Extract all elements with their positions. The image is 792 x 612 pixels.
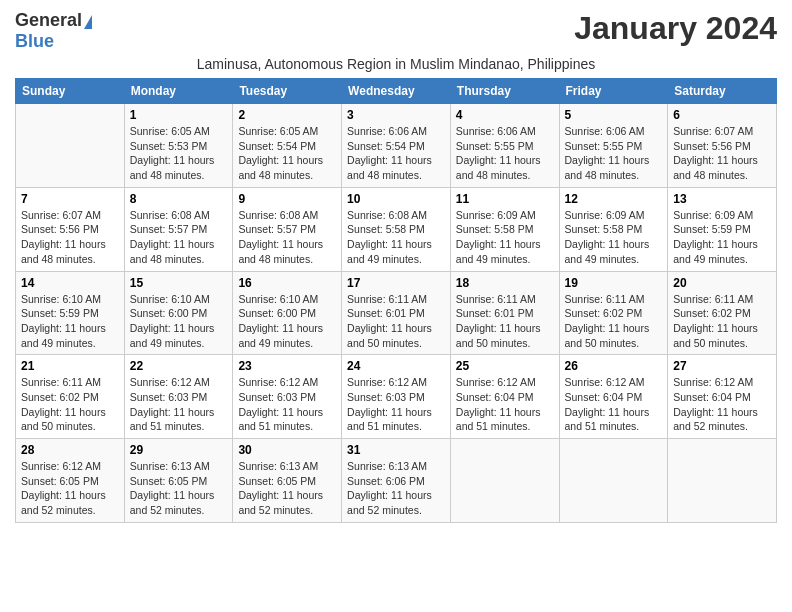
header-row: SundayMondayTuesdayWednesdayThursdayFrid… bbox=[16, 79, 777, 104]
day-cell: 11Sunrise: 6:09 AM Sunset: 5:58 PM Dayli… bbox=[450, 187, 559, 271]
day-info: Sunrise: 6:10 AM Sunset: 6:00 PM Dayligh… bbox=[130, 292, 228, 351]
day-cell: 2Sunrise: 6:05 AM Sunset: 5:54 PM Daylig… bbox=[233, 104, 342, 188]
day-number: 13 bbox=[673, 192, 771, 206]
location-subtitle: Laminusa, Autonomous Region in Muslim Mi… bbox=[15, 56, 777, 72]
day-cell: 8Sunrise: 6:08 AM Sunset: 5:57 PM Daylig… bbox=[124, 187, 233, 271]
header-cell-monday: Monday bbox=[124, 79, 233, 104]
day-number: 21 bbox=[21, 359, 119, 373]
day-number: 25 bbox=[456, 359, 554, 373]
day-cell: 24Sunrise: 6:12 AM Sunset: 6:03 PM Dayli… bbox=[342, 355, 451, 439]
day-cell: 16Sunrise: 6:10 AM Sunset: 6:00 PM Dayli… bbox=[233, 271, 342, 355]
calendar-header: SundayMondayTuesdayWednesdayThursdayFrid… bbox=[16, 79, 777, 104]
day-cell bbox=[16, 104, 125, 188]
day-cell: 13Sunrise: 6:09 AM Sunset: 5:59 PM Dayli… bbox=[668, 187, 777, 271]
day-info: Sunrise: 6:12 AM Sunset: 6:04 PM Dayligh… bbox=[456, 375, 554, 434]
day-number: 15 bbox=[130, 276, 228, 290]
day-number: 23 bbox=[238, 359, 336, 373]
day-number: 8 bbox=[130, 192, 228, 206]
page-header: General Blue January 2024 bbox=[15, 10, 777, 52]
day-info: Sunrise: 6:09 AM Sunset: 5:58 PM Dayligh… bbox=[565, 208, 663, 267]
day-info: Sunrise: 6:06 AM Sunset: 5:54 PM Dayligh… bbox=[347, 124, 445, 183]
day-info: Sunrise: 6:12 AM Sunset: 6:03 PM Dayligh… bbox=[347, 375, 445, 434]
day-cell: 29Sunrise: 6:13 AM Sunset: 6:05 PM Dayli… bbox=[124, 439, 233, 523]
day-number: 14 bbox=[21, 276, 119, 290]
day-cell: 15Sunrise: 6:10 AM Sunset: 6:00 PM Dayli… bbox=[124, 271, 233, 355]
week-row-3: 14Sunrise: 6:10 AM Sunset: 5:59 PM Dayli… bbox=[16, 271, 777, 355]
day-number: 30 bbox=[238, 443, 336, 457]
day-cell: 31Sunrise: 6:13 AM Sunset: 6:06 PM Dayli… bbox=[342, 439, 451, 523]
day-info: Sunrise: 6:11 AM Sunset: 6:01 PM Dayligh… bbox=[347, 292, 445, 351]
day-info: Sunrise: 6:10 AM Sunset: 5:59 PM Dayligh… bbox=[21, 292, 119, 351]
day-cell: 26Sunrise: 6:12 AM Sunset: 6:04 PM Dayli… bbox=[559, 355, 668, 439]
day-info: Sunrise: 6:13 AM Sunset: 6:06 PM Dayligh… bbox=[347, 459, 445, 518]
day-cell: 23Sunrise: 6:12 AM Sunset: 6:03 PM Dayli… bbox=[233, 355, 342, 439]
day-cell: 22Sunrise: 6:12 AM Sunset: 6:03 PM Dayli… bbox=[124, 355, 233, 439]
day-cell: 28Sunrise: 6:12 AM Sunset: 6:05 PM Dayli… bbox=[16, 439, 125, 523]
week-row-4: 21Sunrise: 6:11 AM Sunset: 6:02 PM Dayli… bbox=[16, 355, 777, 439]
day-cell bbox=[450, 439, 559, 523]
day-info: Sunrise: 6:05 AM Sunset: 5:54 PM Dayligh… bbox=[238, 124, 336, 183]
day-cell: 5Sunrise: 6:06 AM Sunset: 5:55 PM Daylig… bbox=[559, 104, 668, 188]
day-number: 1 bbox=[130, 108, 228, 122]
day-cell: 14Sunrise: 6:10 AM Sunset: 5:59 PM Dayli… bbox=[16, 271, 125, 355]
day-cell: 9Sunrise: 6:08 AM Sunset: 5:57 PM Daylig… bbox=[233, 187, 342, 271]
day-number: 26 bbox=[565, 359, 663, 373]
day-info: Sunrise: 6:06 AM Sunset: 5:55 PM Dayligh… bbox=[456, 124, 554, 183]
day-number: 9 bbox=[238, 192, 336, 206]
day-cell: 10Sunrise: 6:08 AM Sunset: 5:58 PM Dayli… bbox=[342, 187, 451, 271]
day-number: 24 bbox=[347, 359, 445, 373]
day-cell: 21Sunrise: 6:11 AM Sunset: 6:02 PM Dayli… bbox=[16, 355, 125, 439]
header-cell-sunday: Sunday bbox=[16, 79, 125, 104]
day-info: Sunrise: 6:06 AM Sunset: 5:55 PM Dayligh… bbox=[565, 124, 663, 183]
day-info: Sunrise: 6:10 AM Sunset: 6:00 PM Dayligh… bbox=[238, 292, 336, 351]
day-cell: 7Sunrise: 6:07 AM Sunset: 5:56 PM Daylig… bbox=[16, 187, 125, 271]
day-number: 28 bbox=[21, 443, 119, 457]
header-cell-friday: Friday bbox=[559, 79, 668, 104]
day-info: Sunrise: 6:07 AM Sunset: 5:56 PM Dayligh… bbox=[21, 208, 119, 267]
header-cell-saturday: Saturday bbox=[668, 79, 777, 104]
day-info: Sunrise: 6:09 AM Sunset: 5:58 PM Dayligh… bbox=[456, 208, 554, 267]
day-number: 12 bbox=[565, 192, 663, 206]
day-number: 6 bbox=[673, 108, 771, 122]
header-cell-thursday: Thursday bbox=[450, 79, 559, 104]
header-cell-wednesday: Wednesday bbox=[342, 79, 451, 104]
logo-text: General bbox=[15, 10, 92, 31]
day-info: Sunrise: 6:11 AM Sunset: 6:02 PM Dayligh… bbox=[21, 375, 119, 434]
day-cell: 18Sunrise: 6:11 AM Sunset: 6:01 PM Dayli… bbox=[450, 271, 559, 355]
day-info: Sunrise: 6:05 AM Sunset: 5:53 PM Dayligh… bbox=[130, 124, 228, 183]
logo-icon bbox=[84, 15, 92, 29]
day-number: 18 bbox=[456, 276, 554, 290]
week-row-2: 7Sunrise: 6:07 AM Sunset: 5:56 PM Daylig… bbox=[16, 187, 777, 271]
day-info: Sunrise: 6:11 AM Sunset: 6:02 PM Dayligh… bbox=[673, 292, 771, 351]
day-info: Sunrise: 6:07 AM Sunset: 5:56 PM Dayligh… bbox=[673, 124, 771, 183]
day-number: 4 bbox=[456, 108, 554, 122]
day-info: Sunrise: 6:12 AM Sunset: 6:04 PM Dayligh… bbox=[565, 375, 663, 434]
day-number: 27 bbox=[673, 359, 771, 373]
day-info: Sunrise: 6:09 AM Sunset: 5:59 PM Dayligh… bbox=[673, 208, 771, 267]
day-info: Sunrise: 6:08 AM Sunset: 5:57 PM Dayligh… bbox=[238, 208, 336, 267]
day-number: 5 bbox=[565, 108, 663, 122]
day-info: Sunrise: 6:13 AM Sunset: 6:05 PM Dayligh… bbox=[238, 459, 336, 518]
day-number: 16 bbox=[238, 276, 336, 290]
day-number: 17 bbox=[347, 276, 445, 290]
day-number: 29 bbox=[130, 443, 228, 457]
day-info: Sunrise: 6:12 AM Sunset: 6:03 PM Dayligh… bbox=[238, 375, 336, 434]
logo: General Blue bbox=[15, 10, 92, 52]
day-number: 22 bbox=[130, 359, 228, 373]
day-number: 19 bbox=[565, 276, 663, 290]
day-cell bbox=[559, 439, 668, 523]
day-cell: 27Sunrise: 6:12 AM Sunset: 6:04 PM Dayli… bbox=[668, 355, 777, 439]
calendar-table: SundayMondayTuesdayWednesdayThursdayFrid… bbox=[15, 78, 777, 523]
day-number: 3 bbox=[347, 108, 445, 122]
day-cell: 12Sunrise: 6:09 AM Sunset: 5:58 PM Dayli… bbox=[559, 187, 668, 271]
day-cell: 19Sunrise: 6:11 AM Sunset: 6:02 PM Dayli… bbox=[559, 271, 668, 355]
day-info: Sunrise: 6:11 AM Sunset: 6:02 PM Dayligh… bbox=[565, 292, 663, 351]
day-cell: 6Sunrise: 6:07 AM Sunset: 5:56 PM Daylig… bbox=[668, 104, 777, 188]
day-cell bbox=[668, 439, 777, 523]
day-cell: 17Sunrise: 6:11 AM Sunset: 6:01 PM Dayli… bbox=[342, 271, 451, 355]
day-cell: 3Sunrise: 6:06 AM Sunset: 5:54 PM Daylig… bbox=[342, 104, 451, 188]
day-number: 7 bbox=[21, 192, 119, 206]
day-cell: 4Sunrise: 6:06 AM Sunset: 5:55 PM Daylig… bbox=[450, 104, 559, 188]
week-row-1: 1Sunrise: 6:05 AM Sunset: 5:53 PM Daylig… bbox=[16, 104, 777, 188]
week-row-5: 28Sunrise: 6:12 AM Sunset: 6:05 PM Dayli… bbox=[16, 439, 777, 523]
